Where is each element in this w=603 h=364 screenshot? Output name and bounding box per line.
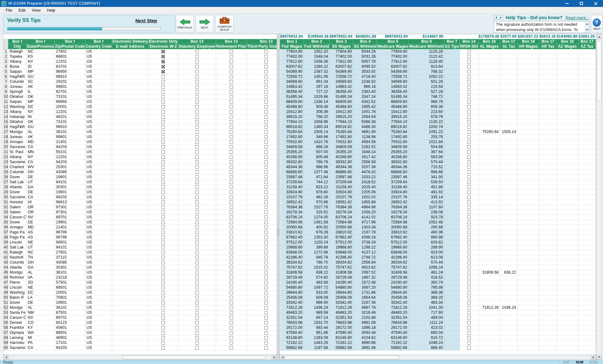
checkbox-retirement-plan[interactable]: [230, 110, 233, 114]
cell-al-wages[interactable]: 71812.26: [478, 305, 500, 310]
checkbox-rr59-354[interactable]: [467, 145, 471, 149]
cell-ss-withheld[interactable]: 2556.84: [353, 260, 377, 265]
cell-al-wages[interactable]: [478, 185, 500, 190]
cell-email-address[interactable]: [112, 320, 149, 325]
checkbox-rr59-354[interactable]: [467, 331, 471, 335]
cell-ss-tips[interactable]: [444, 195, 460, 200]
checkbox-retirement-plan[interactable]: [230, 216, 233, 219]
cell-az-wages[interactable]: [557, 250, 578, 255]
cell-fed-withheld[interactable]: 1260.22: [304, 64, 329, 69]
cell-zip-postal-code[interactable]: 20001: [55, 104, 85, 109]
cell-az-tax[interactable]: [578, 155, 595, 160]
cell-email-address[interactable]: [112, 104, 149, 109]
checkbox-third-party-sick-pay[interactable]: [264, 236, 268, 239]
cell-az-tax[interactable]: [578, 210, 595, 215]
cell-al-tax[interactable]: [500, 315, 517, 320]
cell-email-address[interactable]: [112, 285, 149, 290]
row-number[interactable]: 14: [4, 114, 8, 119]
checkbox-rr59-354[interactable]: [467, 195, 471, 199]
cell-city[interactable]: Albany: [8, 154, 26, 159]
checkbox-third-party-sick-pay[interactable]: [264, 316, 268, 319]
cell-az-tax[interactable]: [578, 280, 595, 285]
cell-ss-tips[interactable]: [444, 205, 460, 210]
cell-medicare-wages[interactable]: 63007.62: [377, 64, 409, 69]
cell-zip-postal-code[interactable]: 96910: [55, 124, 85, 129]
cell-ss-wages[interactable]: 51495.34: [329, 94, 353, 99]
cell-al-wages[interactable]: [478, 280, 500, 285]
cell-city[interactable]: Columbi: [8, 260, 26, 265]
row-number[interactable]: 36: [4, 225, 8, 230]
checkbox-retirement-plan[interactable]: [230, 211, 233, 214]
cell-al-tax[interactable]: [500, 210, 517, 215]
checkbox-third-party-sick-pay[interactable]: [264, 65, 268, 68]
cell-ar-wages[interactable]: [518, 135, 539, 140]
checkbox-retirement-plan[interactable]: [230, 261, 233, 264]
checkbox-statutory-employee[interactable]: [195, 75, 199, 78]
cell-medicare-withheld[interactable]: 289.90: [409, 245, 444, 250]
cell-email-address[interactable]: [112, 119, 149, 124]
checkbox-third-party-sick-pay[interactable]: [264, 55, 268, 58]
cell-medicare-withheld[interactable]: 335.14: [409, 195, 444, 200]
cell-country-code[interactable]: US: [85, 99, 112, 104]
right-column-header[interactable]: RR59-354: [459, 44, 478, 49]
vertical-scrollbar[interactable]: [596, 34, 602, 360]
cell-medicare-wages[interactable]: 24190.40: [377, 280, 409, 285]
cell-medicare-withheld[interactable]: 1107.60: [409, 205, 444, 210]
cell-city[interactable]: Pierre: [8, 280, 26, 285]
cell-ss-withheld[interactable]: 4667.78: [353, 305, 377, 310]
cell-fed-withheld[interactable]: 1558.96: [304, 120, 329, 125]
cell-ss-withheld[interactable]: 4095.52: [353, 64, 377, 69]
cell-city[interactable]: Charlest: [8, 164, 26, 169]
cell-az-tax[interactable]: [578, 225, 595, 230]
checkbox-statutory-employee[interactable]: [195, 50, 199, 53]
cell-email-address[interactable]: [112, 210, 149, 215]
cell-al-tax[interactable]: [500, 260, 517, 265]
right-group-header[interactable]: Box 14: [459, 39, 478, 44]
cell-email-address[interactable]: [112, 345, 149, 350]
checkbox-statutory-employee[interactable]: [195, 170, 199, 174]
checkbox-electronic-w2[interactable]: [161, 145, 165, 149]
cell-medicare-withheld[interactable]: 1091.22: [409, 130, 444, 135]
cell-city[interactable]: Harrisbu: [8, 340, 26, 345]
cell-ar-wages[interactable]: [518, 79, 539, 84]
checkbox-electronic-w2[interactable]: [161, 311, 165, 314]
cell-al-tax[interactable]: [500, 84, 517, 89]
cell-medicare-withheld[interactable]: 350.74: [409, 280, 444, 285]
cell-fed-wages[interactable]: 72558.72: [280, 74, 304, 79]
checkbox-statutory-employee[interactable]: [195, 190, 199, 194]
checkbox-retirement-plan[interactable]: [230, 165, 233, 169]
cell-ar-wages[interactable]: [518, 89, 539, 94]
cell-zip-postal-code[interactable]: 29201: [55, 79, 85, 84]
cell-fed-withheld[interactable]: 909.48: [304, 104, 329, 110]
cell-ss-tips[interactable]: [444, 140, 460, 145]
pane-splitter-handle[interactable]: [277, 228, 279, 237]
checkbox-third-party-sick-pay[interactable]: [264, 261, 268, 264]
cell-ar-tax[interactable]: [539, 320, 557, 325]
checkbox-retirement-plan[interactable]: [230, 190, 233, 194]
checkbox-rr59-354[interactable]: [467, 316, 471, 319]
cell-az-wages[interactable]: [557, 285, 578, 290]
cell-email-address[interactable]: [112, 149, 149, 154]
checkbox-electronic-w2[interactable]: [161, 271, 165, 274]
cell-medicare-withheld[interactable]: 1000.74: [409, 125, 444, 130]
cell-fed-wages[interactable]: 33810.92: [280, 230, 304, 235]
cell-medicare-wages[interactable]: 33810.92: [377, 230, 409, 235]
cell-az-wages[interactable]: [557, 160, 578, 165]
cell-medicare-wages[interactable]: 17492.80: [377, 135, 409, 140]
checkbox-rr59-354[interactable]: [467, 55, 471, 58]
cell-az-tax[interactable]: [578, 110, 595, 115]
cell-ss-withheld[interactable]: 4141.02: [353, 215, 377, 220]
checkbox-third-party-sick-pay[interactable]: [264, 175, 268, 179]
cell-az-wages[interactable]: [557, 265, 578, 270]
cell-ar-tax[interactable]: [539, 260, 557, 265]
cell-city[interactable]: Santa Fe: [8, 310, 26, 315]
cell-al-tax[interactable]: [500, 335, 517, 340]
checkbox-statutory-employee[interactable]: [195, 135, 199, 139]
checkbox-retirement-plan[interactable]: [230, 251, 233, 254]
cell-al-wages[interactable]: [478, 125, 500, 130]
cell-city[interactable]: Columbi: [8, 79, 26, 84]
cell-fed-wages[interactable]: 76384.36: [280, 205, 304, 210]
checkbox-retirement-plan[interactable]: [230, 241, 233, 244]
cell-ss-wages[interactable]: 66809.60: [329, 99, 353, 104]
checkbox-third-party-sick-pay[interactable]: [264, 346, 268, 350]
